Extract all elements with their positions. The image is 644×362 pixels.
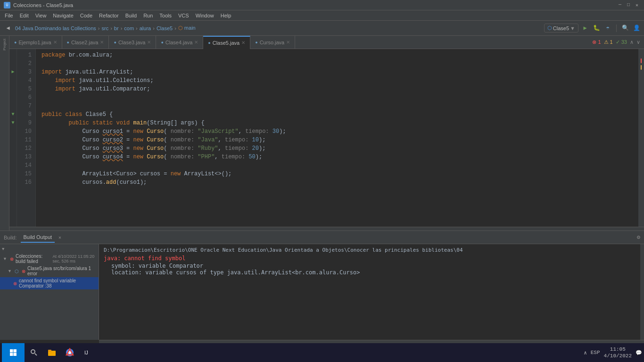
svg-point-4 <box>31 350 35 354</box>
menu-build[interactable]: Build <box>123 12 140 19</box>
code-line-12: Curso curso3 = new Curso( nombre: "Ruby"… <box>41 144 638 153</box>
title-bar: U Colecciones - Clase5.java ─ □ ✕ <box>0 0 644 10</box>
code-line-11: Curso curso2 = new Curso( nombre: "Java"… <box>41 136 638 144</box>
taskbar-chrome[interactable] <box>61 344 78 361</box>
fold-arrow-8[interactable]: ▼ <box>11 110 14 119</box>
clock-date: 4/10/2022 <box>604 353 632 359</box>
fold-arrow-3[interactable]: ▶ <box>11 68 14 76</box>
error-item-icon: ⊗ <box>13 281 17 286</box>
taskbar-intellij[interactable]: IJ <box>79 344 96 361</box>
menu-edit[interactable]: Edit <box>17 12 32 19</box>
horizontal-scrollbar[interactable] <box>9 227 644 230</box>
menu-window[interactable]: Window <box>193 12 217 19</box>
title-text: Colecciones - Clase5.java <box>13 2 73 8</box>
root-time: At 4/10/2022 11:05:20 sec, 526 ms <box>53 254 96 263</box>
menu-file[interactable]: File <box>2 12 16 19</box>
taskbar-search[interactable] <box>25 344 42 361</box>
fold-arrow-9[interactable]: ▼ <box>11 119 14 127</box>
keyboard-lang: ESP <box>591 350 600 355</box>
svg-rect-2 <box>10 353 13 356</box>
tree-file[interactable]: ▼ ⬡ ⊗ Clase5.java src/br/com/alura 1 err… <box>0 265 99 277</box>
toolbar-back-btn[interactable]: ◀ <box>3 23 13 33</box>
tab-curso[interactable]: ● Curso.java ✕ <box>250 36 295 49</box>
project-label[interactable]: Project <box>1 38 8 51</box>
collapse-btn[interactable]: ∧ <box>630 39 634 45</box>
maximize-button[interactable]: □ <box>625 2 632 8</box>
code-line-14 <box>41 161 638 170</box>
close-button[interactable]: ✕ <box>634 2 640 8</box>
build-content: ▼ ▼ ⊗ Colecciones: build failed At 4/10/… <box>0 244 644 340</box>
notification-icon[interactable]: 💬 <box>636 350 642 356</box>
code-line-7 <box>41 102 638 110</box>
minimize-button[interactable]: ─ <box>617 2 623 8</box>
debug-button[interactable]: 🐛 <box>592 24 601 33</box>
svg-rect-0 <box>10 349 13 353</box>
build-output: D:\Programacion\Escritorio\ONE Oracle Ne… <box>99 244 640 340</box>
menu-refactor[interactable]: Refactor <box>96 12 122 19</box>
search-button[interactable]: 🔍 <box>620 24 630 33</box>
output-scrollbar[interactable] <box>640 244 644 340</box>
breadcrumb-main[interactable]: ⬡ main <box>178 25 196 31</box>
tab-clase3[interactable]: ● Clase3.java ✕ <box>109 36 156 49</box>
menu-tools[interactable]: Tools <box>157 12 174 19</box>
tree-collapse-btn[interactable]: ▼ <box>0 246 99 253</box>
run-config-name: Clase5 <box>553 25 569 31</box>
code-line-4: import java.util.Collections; <box>41 76 638 85</box>
coverage-button[interactable]: ☂ <box>603 24 612 33</box>
breadcrumb-src[interactable]: src <box>102 25 109 31</box>
start-button[interactable] <box>2 343 25 362</box>
taskbar-file-explorer[interactable] <box>43 344 60 361</box>
settings-icon[interactable]: ⚙ <box>637 234 640 241</box>
menu-bar: File Edit View Navigate Code Refactor Bu… <box>0 10 644 21</box>
expand-btn[interactable]: ∨ <box>636 39 640 45</box>
code-line-3: import java.util.ArrayList; <box>41 68 638 76</box>
breadcrumb: 04 Java Dominando las Collections › src … <box>15 25 196 31</box>
svg-rect-1 <box>14 349 17 353</box>
root-label: Colecciones: build failed <box>16 254 49 264</box>
tab-ejemplo1[interactable]: ● Ejemplo1.java ✕ <box>9 36 62 49</box>
tree-error-item[interactable]: ⊗ cannot find symbol variable Comparator… <box>0 277 99 289</box>
editor-main: ● Ejemplo1.java ✕ ● Clase2.java ✕ ● Clas… <box>9 36 644 230</box>
menu-help[interactable]: Help <box>218 12 234 19</box>
code-line-6 <box>41 93 638 102</box>
panel-controls: ⚙ <box>637 234 640 241</box>
run-button[interactable]: ▶ <box>580 24 590 33</box>
tab-clase5[interactable]: ● Clase5.java ✕ <box>203 36 250 49</box>
panel-tab-build-output[interactable]: Build Output <box>21 232 55 243</box>
editor-container: Project ● Ejemplo1.java ✕ ● Clase2.java … <box>0 36 644 230</box>
run-config[interactable]: ⬡ Clase5 ▼ <box>544 24 578 33</box>
output-path: D:\Programacion\Escritorio\ONE Oracle Ne… <box>104 247 636 253</box>
line-numbers: 12345 678910 1112131415 16 <box>17 49 36 227</box>
code-content[interactable]: package br.com.alura; import java.util.A… <box>36 49 638 227</box>
menu-code[interactable]: Code <box>77 12 95 19</box>
menu-view[interactable]: View <box>33 12 50 19</box>
sidebar-icons: Project <box>0 36 9 230</box>
breadcrumb-alura[interactable]: alura <box>140 25 151 31</box>
svg-text:IJ: IJ <box>84 350 88 355</box>
build-tree: ▼ ▼ ⊗ Colecciones: build failed At 4/10/… <box>0 244 99 340</box>
code-line-2 <box>41 59 638 68</box>
user-button[interactable]: 👤 <box>632 24 641 33</box>
error-item-label: cannot find symbol variable Comparator :… <box>19 278 96 288</box>
clock-time: 11:05 <box>604 346 632 353</box>
editor-scrollbar[interactable] <box>638 49 644 227</box>
bottom-panel: Build: Build Output ✕ ⚙ ▼ ▼ ⊗ Coleccione… <box>0 230 644 344</box>
tab-clase4[interactable]: ● Clase4.java ✕ <box>156 36 203 49</box>
fold-gutter: ▶ ▼ ▼ <box>9 49 17 227</box>
breadcrumb-com[interactable]: com <box>124 25 134 31</box>
breadcrumb-br[interactable]: br <box>114 25 119 31</box>
system-tray: ∧ <box>584 350 587 356</box>
error-line-2: symbol: variable Comparator <box>111 263 636 269</box>
breadcrumb-clase5[interactable]: Clase5 <box>157 25 173 31</box>
tree-root[interactable]: ▼ ⊗ Colecciones: build failed At 4/10/20… <box>0 253 99 265</box>
menu-run[interactable]: Run <box>140 12 156 19</box>
close-panel-icon[interactable]: ✕ <box>58 235 61 240</box>
tab-clase2[interactable]: ● Clase2.java ✕ <box>62 36 109 49</box>
breadcrumb-project[interactable]: 04 Java Dominando las Collections <box>15 25 96 31</box>
tabs-bar: ● Ejemplo1.java ✕ ● Clase2.java ✕ ● Clas… <box>9 36 644 49</box>
menu-navigate[interactable]: Navigate <box>50 12 76 19</box>
menu-vcs[interactable]: VCS <box>175 12 192 19</box>
build-prefix: Build: <box>4 235 17 240</box>
svg-rect-3 <box>14 353 17 356</box>
code-line-15: ArrayList<Curso> cursos = new ArrayList<… <box>41 170 638 178</box>
